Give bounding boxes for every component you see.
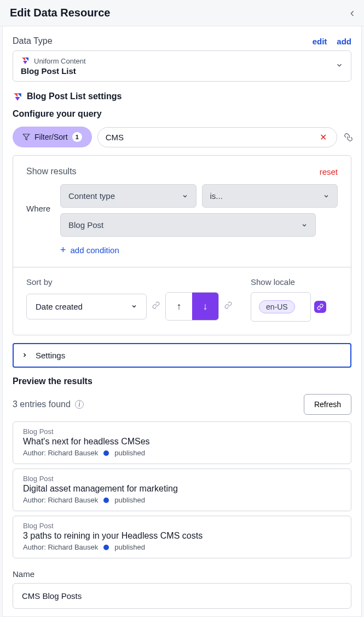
value-select[interactable]: Blog Post bbox=[60, 213, 316, 237]
panel-title: Edit Data Resource bbox=[10, 7, 110, 19]
preview-row: 3 entries found i Refresh bbox=[13, 394, 351, 415]
uniform-logo-icon bbox=[13, 92, 21, 101]
status-dot-icon bbox=[103, 450, 109, 456]
entry-type: Blog Post bbox=[23, 427, 341, 436]
entry-title: What's next for headless CMSes bbox=[23, 437, 341, 447]
entries-found: 3 entries found i bbox=[13, 399, 84, 409]
settings-heading: Blog Post List settings bbox=[27, 92, 122, 101]
chevron-down-icon bbox=[336, 61, 343, 71]
field-select[interactable]: Content type bbox=[60, 184, 197, 208]
entry-meta: Author: Richard Bausekpublished bbox=[23, 543, 341, 551]
chevron-down-icon bbox=[323, 193, 330, 199]
data-type-top-label: Uniform Content bbox=[34, 57, 86, 65]
content: Data Type edit add Uniform Content Blog … bbox=[2, 26, 362, 617]
settings-header: Blog Post List settings bbox=[13, 92, 351, 101]
search-input[interactable] bbox=[106, 133, 317, 142]
name-label: Name bbox=[13, 569, 351, 579]
filter-icon bbox=[22, 133, 30, 141]
uniform-logo-icon bbox=[21, 56, 30, 65]
entry-type: Blog Post bbox=[23, 522, 341, 530]
plus-icon: + bbox=[60, 244, 66, 256]
sort-asc-button[interactable]: ↑ bbox=[166, 293, 192, 320]
data-type-select[interactable]: Uniform Content Blog Post List bbox=[13, 50, 351, 82]
sort-by-label: Sort by bbox=[26, 277, 232, 287]
locale-pill: en-US bbox=[259, 300, 295, 313]
entry-author: Author: Richard Bausek bbox=[23, 496, 98, 504]
preview-title: Preview the results bbox=[13, 376, 351, 386]
data-type-label: Data Type bbox=[13, 36, 53, 46]
query-row: Filter/Sort 1 ✕ bbox=[13, 127, 351, 147]
chevron-down-icon bbox=[182, 193, 188, 199]
entry-type: Blog Post bbox=[23, 475, 341, 483]
entry-card[interactable]: Blog Post3 paths to reining in your Head… bbox=[13, 516, 351, 558]
data-type-actions: edit add bbox=[313, 37, 351, 46]
locale-select[interactable]: en-US bbox=[251, 292, 311, 322]
status-dot-icon bbox=[103, 545, 109, 550]
where-label: Where bbox=[26, 184, 53, 213]
sort-section: Sort by Date created ↑ ↓ bbox=[13, 267, 351, 335]
collapse-icon[interactable]: ‹ bbox=[350, 7, 354, 19]
chevron-down-icon bbox=[301, 222, 308, 228]
entry-card[interactable]: Blog PostDigital asset management for ma… bbox=[13, 469, 351, 511]
edit-link[interactable]: edit bbox=[313, 37, 327, 46]
filter-label: Filter/Sort bbox=[34, 133, 68, 141]
refresh-button[interactable]: Refresh bbox=[304, 394, 351, 415]
chevron-right-icon bbox=[21, 351, 28, 360]
entry-status: published bbox=[114, 543, 145, 551]
link-icon[interactable] bbox=[152, 301, 160, 311]
entry-card[interactable]: Blog PostWhat's next for headless CMSesA… bbox=[13, 421, 351, 464]
settings-accordion-label: Settings bbox=[36, 351, 65, 360]
reset-button[interactable]: reset bbox=[320, 167, 338, 176]
entry-meta: Author: Richard Bausekpublished bbox=[23, 449, 341, 457]
search-input-wrap: ✕ bbox=[97, 127, 337, 147]
info-icon[interactable]: i bbox=[75, 400, 84, 409]
panel-header: Edit Data Resource ‹ bbox=[0, 0, 364, 26]
sort-desc-button[interactable]: ↓ bbox=[192, 293, 218, 320]
entry-status: published bbox=[114, 496, 145, 504]
svg-marker-0 bbox=[23, 134, 30, 140]
filter-sort-button[interactable]: Filter/Sort 1 bbox=[13, 127, 92, 147]
entry-author: Author: Richard Bausek bbox=[23, 543, 98, 551]
entry-author: Author: Richard Bausek bbox=[23, 449, 98, 457]
settings-accordion[interactable]: Settings bbox=[13, 343, 351, 368]
locale-label: Show locale bbox=[251, 277, 326, 287]
data-type-header: Data Type edit add bbox=[13, 36, 351, 46]
sort-direction: ↑ ↓ bbox=[165, 292, 219, 321]
chevron-down-icon bbox=[131, 303, 137, 310]
entries-list: Blog PostWhat's next for headless CMSesA… bbox=[13, 421, 351, 558]
results-box: Show results reset Where Content type is… bbox=[13, 155, 351, 335]
operator-select[interactable]: is... bbox=[202, 184, 338, 208]
configure-query-label: Configure your query bbox=[13, 109, 351, 119]
name-section: Name bbox=[13, 569, 351, 609]
status-dot-icon bbox=[103, 498, 109, 503]
name-input[interactable] bbox=[13, 583, 351, 609]
show-results-label: Show results bbox=[26, 167, 77, 176]
link-icon[interactable] bbox=[224, 301, 232, 311]
entry-status: published bbox=[114, 449, 145, 457]
add-condition-button[interactable]: + add condition bbox=[60, 244, 338, 256]
locale-link-button[interactable] bbox=[314, 301, 326, 313]
entry-title: Digital asset management for marketing bbox=[23, 484, 341, 494]
entry-meta: Author: Richard Bausekpublished bbox=[23, 496, 341, 504]
link-icon[interactable] bbox=[342, 133, 353, 141]
clear-search-icon[interactable]: ✕ bbox=[317, 132, 329, 142]
sort-field-select[interactable]: Date created bbox=[26, 294, 147, 319]
filter-count-badge: 1 bbox=[72, 132, 82, 142]
data-type-main-label: Blog Post List bbox=[21, 66, 86, 76]
entry-title: 3 paths to reining in your Headless CMS … bbox=[23, 531, 341, 541]
add-link[interactable]: add bbox=[337, 37, 351, 46]
